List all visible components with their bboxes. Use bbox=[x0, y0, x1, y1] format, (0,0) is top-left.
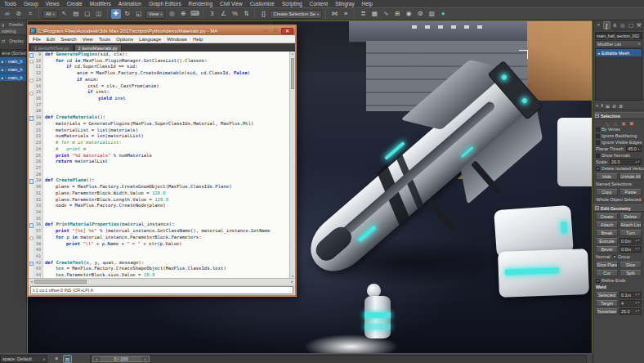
scroll-right-arrow[interactable]: ► bbox=[289, 280, 295, 284]
button-attach-list[interactable]: Attach List bbox=[619, 222, 642, 228]
menu-animation[interactable]: Animation bbox=[119, 1, 141, 7]
code-line[interactable]: 40 bbox=[29, 247, 295, 253]
element-subobject-icon[interactable]: ◼ bbox=[628, 120, 635, 126]
selection-filter-dropdown[interactable]: All▾ bbox=[42, 10, 58, 19]
code-line[interactable]: 23# for m in materialList: bbox=[29, 140, 295, 146]
cylinder-prop[interactable] bbox=[364, 296, 391, 338]
code-line[interactable]: 25print "%d materials" % numMaterials bbox=[29, 153, 295, 159]
code-line[interactable]: 38for p in material_instance.ParameterBl… bbox=[29, 235, 295, 241]
ribbon-tab[interactable]: Freefor bbox=[9, 22, 23, 27]
code-line[interactable]: 22numMaterials = len(materialList) bbox=[29, 133, 295, 140]
snaps-toggle-icon[interactable]: 3 bbox=[207, 9, 217, 19]
layer-manager-icon[interactable]: ≣ bbox=[358, 9, 368, 19]
object-name-field[interactable]: main_hall_section_002 bbox=[595, 32, 642, 39]
code-line[interactable]: 35 bbox=[29, 216, 295, 222]
code-line[interactable]: 26return materialList bbox=[29, 159, 295, 165]
crate-far[interactable] bbox=[557, 118, 593, 186]
button-unhide-all[interactable]: Unhide All bbox=[619, 173, 642, 180]
explorer-object-row[interactable]: ●◦main_h bbox=[0, 65, 26, 73]
checkbox-ignore-visible-edges[interactable]: Ignore Visible Edges bbox=[593, 139, 644, 146]
render-production-icon[interactable]: ● bbox=[438, 9, 448, 19]
time-slider-handle[interactable]: ‹ 0 / 100 › bbox=[92, 356, 150, 362]
code-line[interactable]: 29def CreatePlane(): bbox=[29, 177, 295, 184]
schematic-view-icon[interactable]: ⊞ bbox=[392, 9, 402, 19]
menu-modifiers[interactable]: Modifiers bbox=[90, 1, 111, 7]
edge-subobject-icon[interactable]: ◺ bbox=[604, 120, 610, 126]
button-tessellate[interactable]: Tessellate bbox=[596, 308, 618, 315]
code-line[interactable]: 10for cd in MaxPlus.PluginManager.GetCla… bbox=[29, 58, 295, 65]
select-and-link-icon[interactable]: ∞ bbox=[2, 9, 12, 19]
code-line[interactable]: 42def CreateText(x, y, quat, message): bbox=[29, 260, 295, 267]
spinner-arrows-icon[interactable]: ▲▼ bbox=[635, 240, 640, 242]
checkbox-delete-isolated-vertices[interactable]: ✓Delete Isolated Vertices bbox=[593, 165, 644, 172]
horizontal-scrollbar[interactable]: ◄ ► bbox=[29, 278, 295, 285]
select-object-icon[interactable]: ↖ bbox=[60, 9, 69, 19]
spinner-value[interactable]: 45.0▲▼ bbox=[626, 146, 642, 152]
minimize-button[interactable]: – bbox=[262, 28, 270, 34]
scroll-up-arrow[interactable]: ▲ bbox=[290, 52, 295, 56]
remove-modifier-icon[interactable]: ⊘ bbox=[612, 103, 616, 109]
radio-button[interactable] bbox=[613, 255, 616, 258]
code-line[interactable]: 12anim = MaxPlus.Factory.CreateAnimatabl… bbox=[29, 70, 295, 77]
button-slice-plane[interactable]: Slice Plane bbox=[596, 262, 618, 268]
code-line[interactable]: 14inst = cls._CastFrom(anim) bbox=[29, 83, 295, 90]
button-create[interactable]: Create bbox=[596, 213, 618, 220]
spinner-value[interactable]: 25.0▲▼ bbox=[619, 308, 642, 315]
vertex-subobject-icon[interactable]: ∴ bbox=[596, 120, 602, 126]
code-line[interactable]: 19def CreateMaterials(): bbox=[29, 114, 295, 121]
code-line[interactable]: 34 bbox=[29, 209, 295, 216]
button-slice[interactable]: Slice bbox=[619, 262, 642, 268]
editor-menu-help[interactable]: Help bbox=[193, 36, 203, 42]
lightbulb-icon[interactable]: ● bbox=[597, 51, 600, 56]
tab-display-icon[interactable]: ▢ bbox=[627, 21, 634, 29]
isolate-selection-icon[interactable]: ≡ bbox=[52, 355, 61, 363]
spinner-value[interactable]: 0.1m▲▼ bbox=[619, 292, 642, 298]
code-line[interactable]: 32plane.ParameterBlock.Length.Value = 12… bbox=[29, 197, 295, 204]
code-line[interactable]: 28 bbox=[29, 172, 295, 178]
menu-rendering[interactable]: Rendering bbox=[189, 1, 213, 7]
menu-customize[interactable]: Customize bbox=[250, 1, 275, 7]
bind-to-space-warp-icon[interactable]: ≈ bbox=[25, 9, 35, 19]
button-split[interactable]: Split bbox=[619, 270, 642, 276]
select-and-scale-icon[interactable]: ◱ bbox=[134, 9, 144, 19]
rollout-header-edit-geometry[interactable]: –Edit Geometry bbox=[593, 204, 644, 212]
code-line[interactable]: 21materialList = list(materials) bbox=[29, 128, 295, 134]
button-extrude[interactable]: Extrude bbox=[596, 238, 618, 244]
editor-menu-options[interactable]: Options bbox=[116, 36, 133, 42]
ribbon-tab-modeling[interactable]: odeling bbox=[0, 28, 26, 35]
editor-titlebar[interactable]: C:\Program Files\Autodesk\3ds Max 2017\s… bbox=[29, 26, 295, 35]
keyboard-shortcut-override-icon[interactable]: ⌨ bbox=[190, 9, 199, 19]
spinner-value[interactable]: 4▲▼ bbox=[619, 300, 642, 307]
fold-marker[interactable] bbox=[29, 235, 33, 241]
editor-menu-search[interactable]: Search bbox=[60, 36, 76, 42]
previous-frame-button[interactable]: ‹ bbox=[93, 356, 101, 361]
editor-menu-tools[interactable]: Tools bbox=[99, 36, 110, 42]
select-and-move-icon[interactable]: ✚ bbox=[111, 9, 121, 19]
curve-editor-icon[interactable]: ∿ bbox=[381, 9, 391, 19]
spinner-arrows-icon[interactable]: ▲▼ bbox=[635, 310, 640, 312]
spinner-value[interactable]: 0.0m▲▼ bbox=[619, 246, 642, 253]
align-icon[interactable]: ≡ bbox=[341, 9, 351, 19]
window-crossing-toggle-icon[interactable]: ◫ bbox=[94, 9, 104, 19]
menu-stingray[interactable]: Stingray bbox=[335, 1, 354, 7]
maximize-button[interactable]: □ bbox=[271, 28, 280, 34]
code-line[interactable]: 20materials = GeneratePlugins(MaxPlus.Su… bbox=[29, 121, 295, 128]
percent-snap-icon[interactable]: % bbox=[230, 9, 239, 19]
code-line[interactable]: 13if anim: bbox=[29, 77, 295, 83]
button-turn[interactable]: Turn bbox=[619, 230, 642, 236]
configure-modifier-sets-icon[interactable]: ⚙ bbox=[619, 103, 623, 109]
named-selection-sets-dropdown[interactable]: Create Selection Se▾ bbox=[270, 10, 322, 19]
ribbon-toggle-icon[interactable]: ▦ bbox=[369, 9, 379, 19]
code-line[interactable]: 11if cd.SuperClassId == sid: bbox=[29, 64, 295, 70]
modifier-stack-item[interactable]: ●Editable Mesh bbox=[596, 49, 642, 56]
visibility-eye-icon[interactable]: ● bbox=[1, 67, 3, 72]
rectangular-selection-region-icon[interactable]: ▢ bbox=[83, 9, 92, 19]
spinner-arrows-icon[interactable]: ▲▼ bbox=[635, 294, 640, 296]
checkbox-refine-ends[interactable]: ✓Refine Ends bbox=[593, 277, 644, 284]
button-bevel[interactable]: Bevel bbox=[596, 246, 618, 253]
make-unique-icon[interactable]: ⊞ bbox=[606, 103, 610, 109]
menu-civil-view[interactable]: Civil View bbox=[220, 1, 243, 7]
selection-lock-icon[interactable]: ⊞ bbox=[63, 355, 72, 363]
menu-views[interactable]: Views bbox=[46, 1, 60, 7]
edit-named-selection-sets-icon[interactable]: {} bbox=[258, 9, 268, 19]
